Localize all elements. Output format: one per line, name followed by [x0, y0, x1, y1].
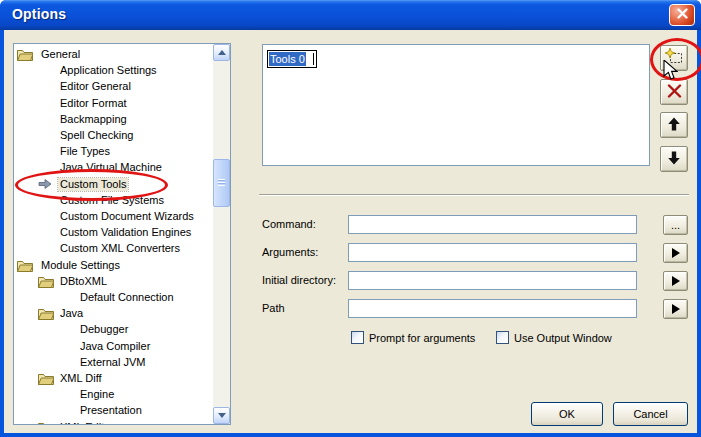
tree-item-xml-editor[interactable]: XML Editor	[14, 420, 212, 425]
delete-x-icon	[667, 84, 682, 101]
tree-item-label: Application Settings	[58, 64, 159, 77]
tree-item-label: Custom Validation Engines	[58, 226, 193, 239]
tree-item-xml-diff[interactable]: XML Diff	[14, 371, 212, 387]
current-item-arrow-icon	[38, 178, 55, 192]
title-bar: Options	[0, 0, 701, 30]
scroll-up-button[interactable]	[213, 44, 230, 61]
tree-item-spell-checking[interactable]: Spell Checking	[14, 128, 212, 144]
command-label: Command:	[262, 218, 316, 230]
options-dialog: Options GeneralApplication SettingsEdito…	[0, 0, 701, 437]
scroll-down-button[interactable]	[213, 407, 230, 424]
tree-item-label: Module Settings	[39, 259, 122, 272]
tree-item-custom-validation-engines[interactable]: Custom Validation Engines	[14, 225, 212, 241]
checkbox-label: Use Output Window	[514, 332, 612, 344]
path-label: Path	[262, 302, 285, 314]
tree-item-custom-file-systems[interactable]: Custom File Systems	[14, 193, 212, 209]
initial-directory-label: Initial directory:	[262, 274, 336, 286]
arrow-right-icon	[672, 304, 680, 314]
tree-item-editor-general[interactable]: Editor General	[14, 79, 212, 95]
tree-item-application-settings[interactable]: Application Settings	[14, 63, 212, 79]
command-browse-button[interactable]: ...	[663, 215, 688, 235]
tree-item-label: Custom File Systems	[58, 194, 166, 207]
checkbox-label: Prompt for arguments	[369, 332, 475, 344]
tree-scrollbar[interactable]	[213, 44, 230, 424]
arguments-input[interactable]	[348, 243, 637, 262]
arguments-label: Arguments:	[262, 246, 318, 258]
tree-item-custom-xml-converters[interactable]: Custom XML Converters	[14, 241, 212, 257]
ellipsis-icon: ...	[671, 219, 680, 231]
tree-item-module-settings[interactable]: Module Settings	[14, 258, 212, 274]
new-tool-button[interactable]	[660, 45, 688, 71]
prompt-for-arguments-checkbox[interactable]: Prompt for arguments	[351, 331, 475, 344]
path-menu-button[interactable]	[663, 299, 688, 319]
tree-item-label: External JVM	[78, 356, 147, 369]
tree-item-label: XML Diff	[58, 372, 104, 385]
delete-tool-button[interactable]	[660, 79, 688, 105]
path-input[interactable]	[348, 299, 637, 318]
tree-item-external-jvm[interactable]: External JVM	[14, 355, 212, 371]
folder-icon	[38, 421, 55, 425]
move-down-button[interactable]	[660, 146, 688, 172]
close-button[interactable]	[669, 4, 695, 26]
tree-item-label: Custom Tools	[58, 178, 128, 191]
window-title: Options	[12, 6, 66, 22]
cancel-button[interactable]: Cancel	[613, 402, 688, 426]
scroll-thumb[interactable]	[213, 159, 230, 207]
arrow-down-icon	[667, 151, 681, 168]
tree-item-java-virtual-machine[interactable]: Java Virtual Machine	[14, 160, 212, 176]
tree-item-custom-tools[interactable]: Custom Tools	[14, 177, 212, 193]
tree-item-label: Java	[58, 307, 85, 320]
settings-tree[interactable]: GeneralApplication SettingsEditor Genera…	[13, 43, 231, 425]
initial-directory-menu-button[interactable]	[663, 271, 688, 291]
tree-item-java[interactable]: Java	[14, 306, 212, 322]
tree-item-engine[interactable]: Engine	[14, 387, 212, 403]
tree-item-debugger[interactable]: Debugger	[14, 322, 212, 338]
tree-item-label: Engine	[78, 388, 116, 401]
tool-name-edit-field[interactable]: Tools 0	[267, 50, 317, 68]
folder-icon	[38, 307, 55, 321]
tree-item-general[interactable]: General	[14, 47, 212, 63]
arguments-menu-button[interactable]	[663, 243, 688, 263]
tree-item-label: Editor General	[58, 80, 133, 93]
tree-item-label: Backmapping	[58, 113, 129, 126]
tools-list[interactable]: Tools 0	[262, 44, 650, 166]
tree-item-label: Java Virtual Machine	[58, 161, 164, 174]
move-up-button[interactable]	[660, 112, 688, 138]
tree-item-label: File Types	[58, 145, 112, 158]
command-input[interactable]	[348, 215, 637, 234]
tree-item-backmapping[interactable]: Backmapping	[14, 112, 212, 128]
tree-item-default-connection[interactable]: Default Connection	[14, 290, 212, 306]
tree-item-label: Presentation	[78, 404, 144, 417]
tree-item-custom-document-wizards[interactable]: Custom Document Wizards	[14, 209, 212, 225]
arrow-up-icon	[667, 117, 681, 134]
tree-item-label: Spell Checking	[58, 129, 135, 142]
close-x-icon	[676, 7, 689, 23]
ok-button[interactable]: OK	[531, 402, 603, 426]
tree-item-label: Custom XML Converters	[58, 242, 182, 255]
tree-item-file-types[interactable]: File Types	[14, 144, 212, 160]
tree-item-label: Java Compiler	[78, 340, 152, 353]
folder-icon	[17, 259, 34, 273]
arrow-right-icon	[672, 276, 680, 286]
folder-icon	[38, 372, 55, 386]
initial-directory-input[interactable]	[348, 271, 637, 290]
tree-item-label: Custom Document Wizards	[58, 210, 196, 223]
tree-item-presentation[interactable]: Presentation	[14, 403, 212, 419]
tree-item-label: Default Connection	[78, 291, 176, 304]
scroll-up-arrow-icon	[218, 50, 226, 55]
separator-line	[259, 194, 689, 196]
tool-name-selected-text: Tools 0	[269, 52, 306, 66]
checkbox-box[interactable]	[496, 331, 509, 344]
folder-icon	[17, 48, 34, 62]
arrow-right-icon	[672, 248, 680, 258]
tree-item-label: Debugger	[78, 323, 130, 336]
folder-icon	[38, 275, 55, 289]
tree-item-label: XML Editor	[58, 421, 116, 425]
tree-item-java-compiler[interactable]: Java Compiler	[14, 339, 212, 355]
tree-item-label: Editor Format	[58, 97, 129, 110]
tree-item-label: DBtoXML	[58, 275, 109, 288]
tree-item-dbtoxml[interactable]: DBtoXML	[14, 274, 212, 290]
tree-item-editor-format[interactable]: Editor Format	[14, 96, 212, 112]
use-output-window-checkbox[interactable]: Use Output Window	[496, 331, 612, 344]
checkbox-box[interactable]	[351, 331, 364, 344]
